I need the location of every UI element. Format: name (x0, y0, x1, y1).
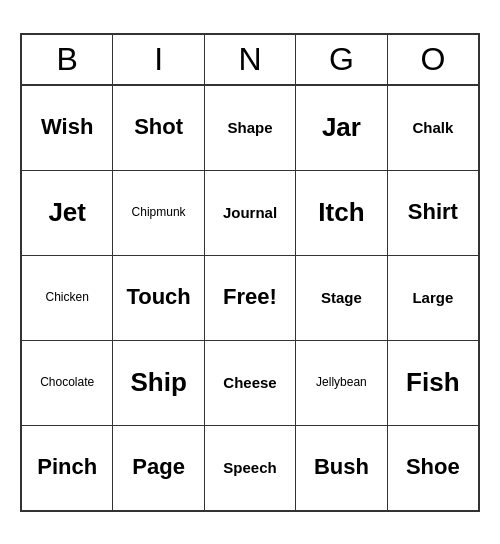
cell-label: Pinch (37, 454, 97, 480)
cell-label: Shoe (406, 454, 460, 480)
cell-label: Shape (228, 119, 273, 137)
cell-label: Jar (322, 112, 361, 143)
cell-label: Speech (223, 459, 276, 477)
bingo-row: PinchPageSpeechBushShoe (22, 426, 478, 510)
cell-label: Touch (126, 284, 190, 310)
cell-label: Chipmunk (132, 205, 186, 219)
bingo-cell: Free! (205, 256, 296, 340)
bingo-row: ChocolateShipCheeseJellybeanFish (22, 341, 478, 426)
header-letter: I (113, 35, 204, 84)
cell-label: Itch (318, 197, 364, 228)
bingo-cell: Wish (22, 86, 113, 170)
cell-label: Journal (223, 204, 277, 222)
bingo-cell: Ship (113, 341, 204, 425)
cell-label: Fish (406, 367, 459, 398)
bingo-cell: Speech (205, 426, 296, 510)
bingo-cell: Chipmunk (113, 171, 204, 255)
cell-label: Free! (223, 284, 277, 310)
cell-label: Cheese (223, 374, 276, 392)
cell-label: Page (132, 454, 185, 480)
bingo-cell: Cheese (205, 341, 296, 425)
cell-label: Shot (134, 114, 183, 140)
bingo-cell: Chicken (22, 256, 113, 340)
bingo-cell: Large (388, 256, 478, 340)
bingo-cell: Chocolate (22, 341, 113, 425)
bingo-cell: Pinch (22, 426, 113, 510)
bingo-card: BINGO WishShotShapeJarChalkJetChipmunkJo… (20, 33, 480, 512)
bingo-row: WishShotShapeJarChalk (22, 86, 478, 171)
header-letter: B (22, 35, 113, 84)
cell-label: Shirt (408, 199, 458, 225)
header-letter: O (388, 35, 478, 84)
cell-label: Jet (48, 197, 86, 228)
bingo-cell: Shape (205, 86, 296, 170)
bingo-cell: Touch (113, 256, 204, 340)
bingo-row: ChickenTouchFree!StageLarge (22, 256, 478, 341)
bingo-cell: Jellybean (296, 341, 387, 425)
bingo-cell: Chalk (388, 86, 478, 170)
header-letter: N (205, 35, 296, 84)
cell-label: Wish (41, 114, 93, 140)
cell-label: Jellybean (316, 375, 367, 389)
bingo-cell: Fish (388, 341, 478, 425)
bingo-cell: Page (113, 426, 204, 510)
bingo-cell: Shirt (388, 171, 478, 255)
bingo-cell: Itch (296, 171, 387, 255)
bingo-cell: Jet (22, 171, 113, 255)
bingo-cell: Journal (205, 171, 296, 255)
bingo-cell: Shot (113, 86, 204, 170)
cell-label: Chocolate (40, 375, 94, 389)
bingo-body: WishShotShapeJarChalkJetChipmunkJournalI… (22, 86, 478, 510)
cell-label: Chicken (46, 290, 89, 304)
bingo-row: JetChipmunkJournalItchShirt (22, 171, 478, 256)
bingo-cell: Shoe (388, 426, 478, 510)
cell-label: Ship (130, 367, 186, 398)
bingo-cell: Bush (296, 426, 387, 510)
bingo-header: BINGO (22, 35, 478, 86)
cell-label: Bush (314, 454, 369, 480)
bingo-cell: Jar (296, 86, 387, 170)
cell-label: Large (412, 289, 453, 307)
cell-label: Stage (321, 289, 362, 307)
bingo-cell: Stage (296, 256, 387, 340)
cell-label: Chalk (412, 119, 453, 137)
header-letter: G (296, 35, 387, 84)
